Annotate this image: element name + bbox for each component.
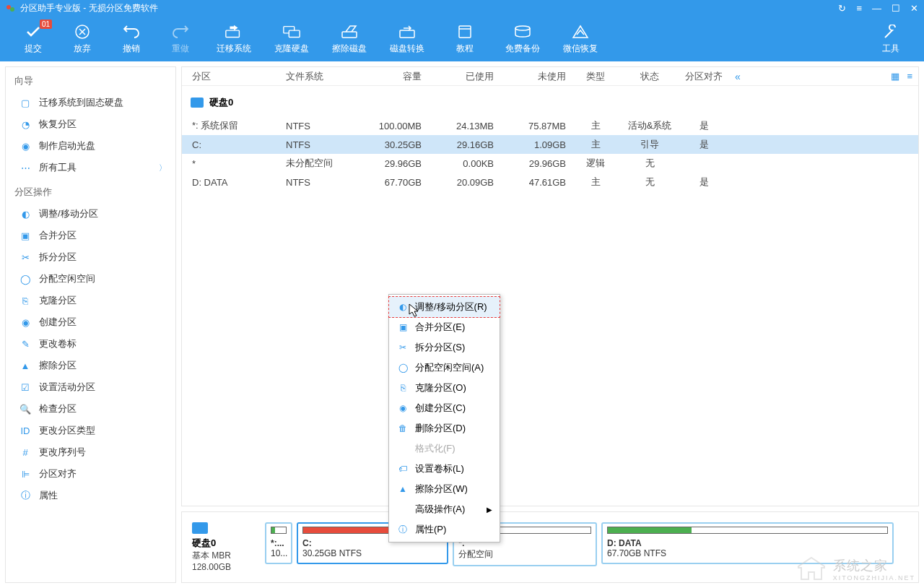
discard-button[interactable]: 放弃 [58,18,107,60]
ctx-item-label: 分配空闲空间(A) [415,361,484,374]
ops-item-11[interactable]: #更改序列号 [6,441,175,463]
convert-icon [398,24,417,40]
clone-button[interactable]: 克隆硬盘 [263,18,321,60]
ops-item-5[interactable]: ◉创建分区 [6,311,175,333]
col-used[interactable]: 已使用 [426,70,498,83]
wrench-icon [881,24,900,40]
svg-point-9 [515,26,530,30]
ctx-item-label: 合并分区(E) [415,321,465,334]
ctx-item-5[interactable]: ◉创建分区(C) [389,398,500,418]
table-header: 分区 文件系统 容量 已使用 未使用 类型 状态 分区对齐 « ▦ ≡ [182,67,918,86]
minimize-icon[interactable]: — [872,4,881,13]
ops-item-label: 检查分区 [39,402,77,415]
ops-item-label: 合并分区 [39,229,77,242]
wizard-item-0[interactable]: ▢迁移系统到固态硬盘 [6,92,175,113]
redo-icon [171,24,190,40]
wizard-item-icon: ◉ [19,139,32,152]
wizard-item-2[interactable]: ◉制作启动光盘 [6,135,175,157]
wizard-item-1[interactable]: ◔恢复分区 [6,113,175,135]
col-capacity[interactable]: 容量 [354,70,426,83]
wizard-item-label: 所有工具 [39,161,77,174]
convert-button[interactable]: 磁盘转换 [378,18,436,60]
ops-item-2[interactable]: ✂拆分分区 [6,246,175,268]
commit-badge: 01 [40,20,52,29]
ctx-item-0[interactable]: ◐调整/移动分区(R) [388,296,500,318]
list-view-icon[interactable]: ≡ [907,71,912,82]
help-icon[interactable]: ≡ [856,4,862,13]
svg-rect-5 [289,30,300,37]
maximize-icon[interactable]: ☐ [892,4,900,13]
refresh-icon[interactable]: ↻ [838,4,846,13]
ctx-item-10[interactable]: 高级操作(A)▶ [389,499,500,519]
ctx-item-11[interactable]: ⓘ属性(P) [389,519,500,540]
eraser-icon [340,24,359,40]
book-icon [456,24,474,40]
table-row[interactable]: C:NTFS30.25GB29.16GB1.09GB主引导是 [182,135,918,154]
app-icon [6,4,16,14]
undo-button[interactable]: 撤销 [107,18,156,60]
commit-button[interactable]: 01 提交 [9,18,58,60]
ops-item-0[interactable]: ◐调整/移动分区 [6,203,175,225]
ops-item-13[interactable]: ⓘ属性 [6,485,175,506]
col-filesystem[interactable]: 文件系统 [282,70,354,83]
ops-item-6[interactable]: ✎更改卷标 [6,333,175,355]
ctx-item-7: 格式化(F) [389,438,500,459]
ops-item-icon: ◉ [19,316,32,329]
ops-item-1[interactable]: ▣合并分区 [6,225,175,246]
svg-rect-7 [400,30,414,38]
ctx-item-3[interactable]: ◯分配空闲空间(A) [389,358,500,378]
ops-item-icon: ⎘ [19,294,32,307]
ctx-item-9[interactable]: ▲擦除分区(W) [389,479,500,499]
ops-item-8[interactable]: ☑设置活动分区 [6,376,175,398]
backup-button[interactable]: 免费备份 [494,18,552,60]
col-unused[interactable]: 未使用 [498,70,570,83]
disk-heading[interactable]: 硬盘0 [182,86,918,116]
wechat-button[interactable]: 微信恢复 [552,18,609,60]
ops-item-label: 克隆分区 [39,294,77,307]
watermark-text: 系统之家 [833,558,888,573]
diskmap-disk-header[interactable]: 硬盘0基本 MBR128.00GB [192,522,261,572]
ctx-item-4[interactable]: ⎘克隆分区(O) [389,378,500,398]
ops-item-label: 创建分区 [39,316,77,329]
ctx-item-icon: ⓘ [396,524,409,535]
collapse-columns-icon[interactable]: « [729,71,746,82]
ops-item-label: 拆分分区 [39,251,77,264]
col-align[interactable]: 分区对齐 [679,70,729,83]
disk-icon [191,98,204,108]
ctx-item-label: 创建分区(C) [415,402,466,415]
ctx-item-6[interactable]: 🗑删除分区(D) [389,418,500,438]
col-status[interactable]: 状态 [621,70,679,83]
wizard-item-3[interactable]: ⋯所有工具〉 [6,157,175,178]
svg-rect-3 [226,30,240,37]
ctx-item-1[interactable]: ▣合并分区(E) [389,317,500,337]
redo-button[interactable]: 重做 [156,18,205,60]
ops-item-icon: ☑ [19,381,32,394]
ops-item-12[interactable]: ⊫分区对齐 [6,463,175,485]
ops-item-7[interactable]: ▲擦除分区 [6,355,175,376]
col-partition[interactable]: 分区 [188,70,282,83]
ops-item-label: 擦除分区 [39,359,77,372]
title-bar: 分区助手专业版 - 无损分区免费软件 ↻ ≡ — ☐ ✕ [0,0,924,17]
migrate-button[interactable]: 迁移系统 [205,18,263,60]
ops-item-10[interactable]: ID更改分区类型 [6,420,175,441]
wipe-button[interactable]: 擦除磁盘 [321,18,378,60]
backup-icon [513,24,532,40]
ops-item-9[interactable]: 🔍检查分区 [6,398,175,420]
ops-item-icon: ▣ [19,229,32,242]
tutorial-button[interactable]: 教程 [436,18,494,60]
ops-item-label: 分区对齐 [39,467,77,480]
table-row[interactable]: *: 系统保留NTFS100.00MB24.13MB75.87MB主活动&系统是 [182,116,918,135]
ctx-item-icon [396,503,409,515]
close-icon[interactable]: ✕ [910,4,918,13]
ctx-item-8[interactable]: 🏷设置卷标(L) [389,459,500,479]
ctx-item-2[interactable]: ✂拆分分区(S) [389,337,500,358]
table-row[interactable]: D: DATANTFS67.70GB20.09GB47.61GB主无是 [182,173,918,191]
grid-view-icon[interactable]: ▦ [891,71,899,82]
diskmap-partition[interactable]: *:...10... [265,522,292,564]
ctx-item-icon: ▣ [396,321,409,333]
ops-item-4[interactable]: ⎘克隆分区 [6,290,175,311]
table-row[interactable]: *未分配空间29.96GB0.00KB29.96GB逻辑无 [182,154,918,173]
tools-button[interactable]: 工具 [866,18,915,60]
ops-item-3[interactable]: ◯分配空闲空间 [6,268,175,290]
col-type[interactable]: 类型 [570,70,621,83]
